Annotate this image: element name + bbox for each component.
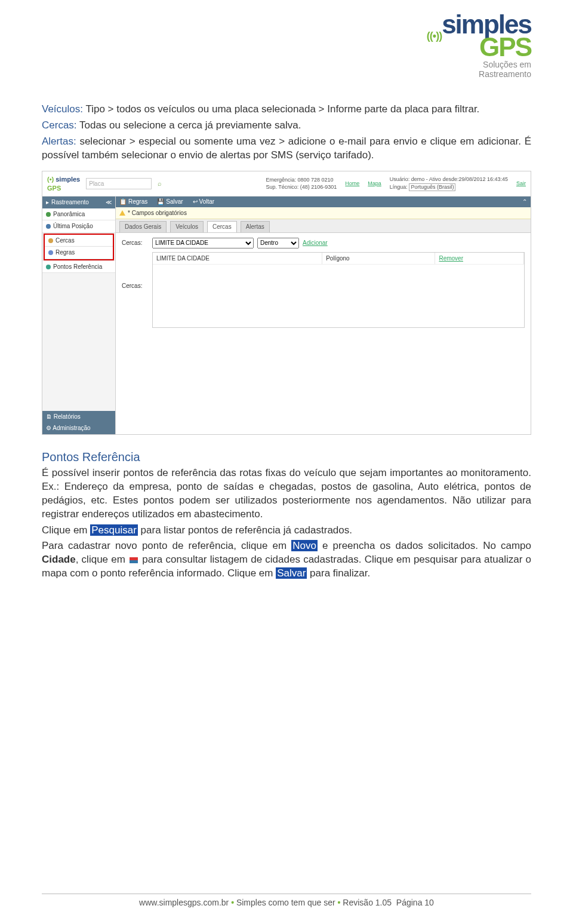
toolbar-regras[interactable]: 📋 Regras [119,198,147,206]
tab-veiculos[interactable]: Veículos [170,221,204,232]
toolbar-salvar[interactable]: 💾 Salvar [157,198,183,206]
page-footer: www.simplesgps.com.br • Simples como tem… [42,894,531,907]
dot-icon [48,250,53,255]
tab-alertas[interactable]: Alertas [241,221,270,232]
language-select[interactable]: Português (Brasil) [409,183,455,192]
report-icon: 🗎 [46,413,52,420]
sidebar-item-ultima-posicao[interactable]: Última Posição [42,220,115,233]
sidebar-item-cercas[interactable]: Cercas [45,235,113,247]
collapse-icon[interactable]: ⌃ [522,198,527,206]
flag-icon [130,557,138,563]
posicao-select[interactable]: Dentro [257,238,299,248]
signal-icon: ((•)) [427,30,442,42]
home-link[interactable]: Home [345,180,359,188]
heading-pontos-referencia: Pontos Referência [42,449,531,465]
list-cell-type: Polígono [322,253,435,265]
highlight-pesquisar: Pesquisar [90,524,138,536]
pontos-p3: Para cadastrar novo ponto de referência,… [42,539,531,581]
gear-icon: ⚙ [46,425,51,431]
cercas-list-label: Cercas: [122,282,149,290]
brand-logo: ((•)) simples GPS Soluções emRastreament… [427,13,531,79]
logo-word-gps: GPS [479,32,531,62]
label-cercas: Cercas: [42,119,77,131]
tab-cercas[interactable]: Cercas [207,221,237,232]
sair-link[interactable]: Sair [516,180,526,188]
pontos-p1: É possível inserir pontos de referência … [42,466,531,521]
toolbar-voltar[interactable]: ↩ Voltar [193,198,215,206]
sidebar-head-rastreamento[interactable]: ▸ Rastreamento ≪ [42,197,115,208]
highlight-novo: Novo [291,540,318,551]
list-cell-name: LIMITE DA CIDADE [153,253,322,265]
para-cercas: Cercas: Todas ou selecione a cerca já pr… [42,119,531,133]
arrow-icon: ▸ [46,198,49,207]
sidebar-item-pontos-referencia[interactable]: Pontos Referência [42,261,115,274]
placa-input[interactable]: Placa [86,178,152,190]
sidebar: ▸ Rastreamento ≪ Panorâmica Última Posiç… [42,197,116,434]
sidebar-relatorios[interactable]: 🗎 Relatórios [42,411,115,423]
pontos-p2: Clique em Pesquisar para listar pontos d… [42,524,531,538]
sidebar-administracao[interactable]: ⚙ Administração [42,422,115,434]
sidebar-item-panoramica[interactable]: Panorâmica [42,208,115,221]
para-veiculos: Veículos: Tipo > todos os veículos ou um… [42,103,531,116]
app-screenshot: (•) simplesGPS Placa ⌕ Emergência: 0800 … [42,171,531,435]
user-block: Usuário: demo - Ativo desde:29/08/2012 1… [390,176,508,191]
search-icon[interactable]: ⌕ [158,179,162,188]
dot-icon [46,265,51,269]
cercas-label: Cercas: [122,239,149,247]
required-hint: * Campos obrigatórios [116,207,531,220]
highlighted-sidebar-group: Cercas Regras [44,234,114,260]
sidebar-item-regras[interactable]: Regras [45,247,113,259]
cerca-select[interactable]: LIMITE DA CIDADE [152,238,254,248]
adicionar-link[interactable]: Adicionar [303,239,328,247]
label-veiculos: Veículos: [42,103,83,115]
dot-icon [46,224,51,229]
warning-icon [119,210,125,216]
mini-logo: (•) simplesGPS [47,175,80,193]
label-alertas: Alertas: [42,136,76,147]
tab-dados-gerais[interactable]: Dados Gerais [119,221,167,232]
collapse-icon[interactable]: ≪ [106,198,112,207]
list-cell-remove[interactable]: Remover [435,253,524,265]
mapa-link[interactable]: Mapa [368,180,381,188]
para-alertas: Alertas: selecionar > especial ou soment… [42,135,531,162]
list-row: LIMITE DA CIDADE Polígono Remover [153,253,524,265]
logo-tagline: Soluções emRastreamento [427,60,531,79]
content-toolbar: 📋 Regras 💾 Salvar ↩ Voltar ⌃ [116,197,531,207]
dot-icon [48,238,53,243]
highlight-salvar: Salvar [276,567,307,579]
cercas-listbox: LIMITE DA CIDADE Polígono Remover [152,252,525,328]
dot-icon [46,212,51,217]
contact-block: Emergência: 0800 728 0210 Sup. Técnico: … [266,177,337,191]
